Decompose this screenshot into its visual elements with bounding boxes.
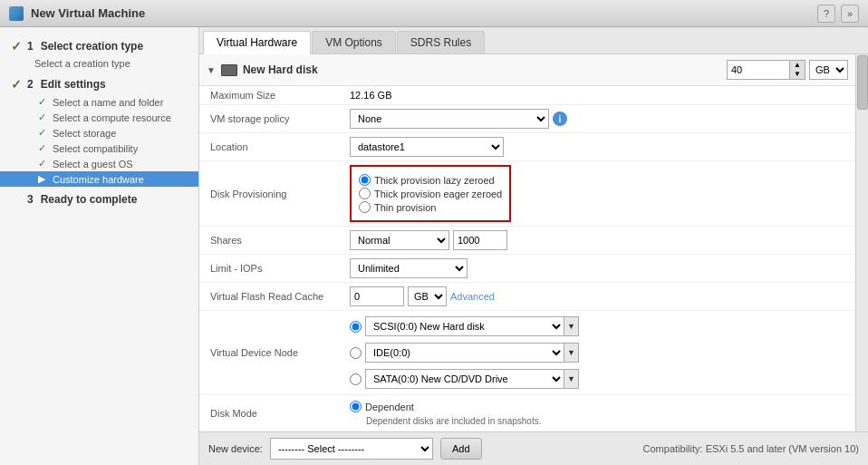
disk-unit-select[interactable]: GB MB TB xyxy=(809,60,848,80)
disk-header-row: ▼ New Hard disk ▲ ▼ GB M xyxy=(199,54,855,86)
step-2a-label: Select a name and folder xyxy=(53,97,163,108)
disk-mode-radio[interactable] xyxy=(350,401,362,412)
spinner-down-btn[interactable]: ▼ xyxy=(790,70,805,79)
disk-mode-label: Disk Mode xyxy=(199,395,344,432)
location-row: Location datastore1 xyxy=(199,133,855,161)
disk-icon xyxy=(221,64,237,76)
new-device-label: New device: xyxy=(208,443,263,454)
vm-storage-policy-row: VM storage policy None i xyxy=(199,105,855,133)
vdn-ide-dropdown-btn[interactable]: ▼ xyxy=(564,343,579,363)
disk-size-input[interactable] xyxy=(727,60,790,80)
advanced-link[interactable]: Advanced xyxy=(450,291,495,302)
spinner-up-btn[interactable]: ▲ xyxy=(790,61,805,70)
sidebar: ✓ 1 Select creation type Select a creati… xyxy=(0,27,199,465)
step3-header: 3 Ready to complete xyxy=(0,190,198,208)
location-select[interactable]: datastore1 xyxy=(350,137,504,157)
step1-label: Select creation type xyxy=(41,40,143,53)
shares-dropdown[interactable]: Normal Low High Custom xyxy=(350,230,449,250)
limit-iops-label: Limit - IOPs xyxy=(199,255,344,283)
sidebar-item-2b[interactable]: ✓ Select a compute resource xyxy=(0,110,198,125)
step1-number: 1 xyxy=(27,40,34,53)
limit-iops-select[interactable]: Unlimited xyxy=(350,258,468,278)
info-icon[interactable]: i xyxy=(553,111,567,126)
add-button[interactable]: Add xyxy=(440,438,482,460)
title-bar-text: New Virtual Machine xyxy=(31,6,810,20)
sidebar-item-2e[interactable]: ✓ Select a guest OS xyxy=(0,156,198,171)
sidebar-item-1a[interactable]: Select a creation type xyxy=(0,56,198,71)
vdn-label: Virtual Device Node xyxy=(199,311,344,395)
location-label: Location xyxy=(199,133,344,161)
sidebar-item-2d[interactable]: ✓ Select compatibility xyxy=(0,140,198,156)
maximum-size-value: 12.16 GB xyxy=(344,86,855,105)
disk-prov-lazy-label: Thick provision lazy zeroed xyxy=(374,175,495,186)
disk-header-label: New Hard disk xyxy=(243,63,318,76)
vdn-scsi-select[interactable]: SCSI(0:0) New Hard disk xyxy=(365,316,564,336)
shares-number-input[interactable] xyxy=(453,230,507,250)
help-button[interactable]: ? xyxy=(817,5,835,23)
limit-iops-row: Limit - IOPs Unlimited xyxy=(199,255,855,283)
disk-prov-thin[interactable]: Thin provision xyxy=(359,201,502,213)
step-2f-label: Customize hardware xyxy=(53,174,144,185)
vfrc-row: Virtual Flash Read Cache GB MB Advanced xyxy=(199,283,855,311)
shares-label: Shares xyxy=(199,227,344,255)
step3-label: Ready to complete xyxy=(41,193,138,206)
step-2e-label: Select a guest OS xyxy=(53,159,133,170)
expand-icon[interactable]: ▼ xyxy=(207,65,216,75)
step2-label: Edit settings xyxy=(41,78,106,91)
disk-provisioning-row: Disk Provisioning Thick provision lazy z… xyxy=(199,161,855,227)
step-2d-label: Select compatibility xyxy=(53,143,138,154)
bottom-bar: New device: -------- Select -------- Add… xyxy=(199,431,868,465)
tab-sdrs-rules[interactable]: SDRS Rules xyxy=(397,31,485,53)
tab-vm-options[interactable]: VM Options xyxy=(312,31,396,53)
vm-storage-policy-label: VM storage policy xyxy=(199,105,344,133)
title-bar: New Virtual Machine ? » xyxy=(0,0,868,27)
vdn-ide[interactable]: IDE(0:0) ▼ xyxy=(350,343,850,363)
step3-number: 3 xyxy=(27,193,34,206)
disk-provisioning-label: Disk Provisioning xyxy=(199,161,344,227)
disk-prov-eager-label: Thick provision eager zeroed xyxy=(374,189,502,199)
nav-button[interactable]: » xyxy=(841,5,859,23)
step-1a-label: Select a creation type xyxy=(34,58,130,69)
disk-mode-row: Disk Mode Dependent Dependent disks are … xyxy=(199,395,855,432)
vfrc-label: Virtual Flash Read Cache xyxy=(199,283,344,311)
disk-prov-eager[interactable]: Thick provision eager zeroed xyxy=(359,188,502,199)
sidebar-item-2c[interactable]: ✓ Select storage xyxy=(0,125,198,140)
sidebar-item-2a[interactable]: ✓ Select a name and folder xyxy=(0,94,198,110)
shares-row: Shares Normal Low High Custom xyxy=(199,227,855,255)
app-icon xyxy=(9,6,24,21)
tabs-bar: Virtual Hardware VM Options SDRS Rules xyxy=(199,27,868,54)
vm-storage-policy-select[interactable]: None xyxy=(350,109,549,129)
step-2b-label: Select a compute resource xyxy=(53,112,171,123)
vdn-sata[interactable]: SATA(0:0) New CD/DVD Drive ▼ xyxy=(350,369,850,389)
new-device-select[interactable]: -------- Select -------- xyxy=(270,438,433,460)
disk-prov-lazy[interactable]: Thick provision lazy zeroed xyxy=(359,174,502,186)
form-area: ▼ New Hard disk ▲ ▼ GB M xyxy=(199,54,868,431)
step-2c-label: Select storage xyxy=(53,128,116,139)
disk-mode-description: Dependent disks are included in snapshot… xyxy=(350,416,541,426)
step2-number: 2 xyxy=(27,78,34,91)
step2-header: ✓ 2 Edit settings xyxy=(0,74,198,94)
maximum-size-row: Maximum Size 12.16 GB xyxy=(199,86,855,105)
tab-virtual-hardware[interactable]: Virtual Hardware xyxy=(203,31,311,54)
sidebar-item-2f[interactable]: ▶ Customize hardware xyxy=(0,171,198,187)
maximum-size-label: Maximum Size xyxy=(199,86,344,105)
scrollbar-track[interactable] xyxy=(855,54,868,431)
vdn-scsi-dropdown-btn[interactable]: ▼ xyxy=(564,316,579,336)
vdn-row: Virtual Device Node SCSI(0:0) New Hard d… xyxy=(199,311,855,395)
disk-prov-thin-label: Thin provision xyxy=(374,202,436,213)
step1-header: ✓ 1 Select creation type xyxy=(0,36,198,56)
vfrc-unit-select[interactable]: GB MB xyxy=(408,286,447,306)
vfrc-input[interactable] xyxy=(350,286,404,306)
scrollbar-thumb[interactable] xyxy=(857,55,868,110)
vdn-sata-select[interactable]: SATA(0:0) New CD/DVD Drive xyxy=(365,369,564,389)
compatibility-text: Compatibility: ESXi 5.5 and later (VM ve… xyxy=(643,443,859,454)
disk-provisioning-options: Thick provision lazy zeroed Thick provis… xyxy=(350,165,511,222)
disk-mode-value: Dependent xyxy=(365,402,414,412)
vdn-sata-dropdown-btn[interactable]: ▼ xyxy=(564,369,579,389)
vdn-scsi[interactable]: SCSI(0:0) New Hard disk ▼ xyxy=(350,316,850,336)
vdn-ide-select[interactable]: IDE(0:0) xyxy=(365,343,564,363)
